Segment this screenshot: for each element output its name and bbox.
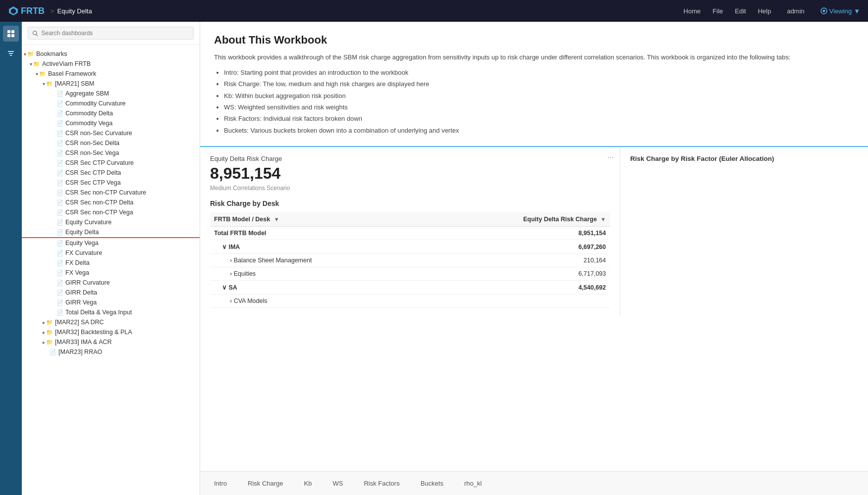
tree-item-label: [MAR21] SBM xyxy=(55,80,94,87)
doc-icon: 📄 xyxy=(56,219,63,226)
charge-filter-icon[interactable]: ▼ xyxy=(600,216,606,222)
sidebar-item[interactable]: ▸📁[MAR22] SA DRC xyxy=(22,317,200,327)
risk-charge-scenario: Medium Correlations Scenario xyxy=(210,185,610,192)
svg-point-11 xyxy=(33,31,37,35)
sidebar-item[interactable]: 📄CSR Sec non-CTP Delta xyxy=(22,198,200,207)
tab-item[interactable]: rho_kl xyxy=(454,476,491,491)
edit-link[interactable]: Edit xyxy=(735,7,746,15)
sidebar-item[interactable]: 📄Commodity Delta xyxy=(22,108,200,118)
desk-name-cell: ∨ SA xyxy=(210,281,425,295)
about-title: About This Workbook xyxy=(214,34,854,47)
doc-icon: 📄 xyxy=(56,160,63,166)
sidebar-item[interactable]: 📄FX Curvature xyxy=(22,248,200,258)
filter-icon-btn[interactable] xyxy=(3,46,19,61)
tree-item-label: [MAR23] RRAO xyxy=(58,348,102,355)
top-navigation: FRTB > Equity Delta Home File Edit Help … xyxy=(0,0,868,22)
doc-icon: 📄 xyxy=(56,91,63,97)
dashboard-icon-btn[interactable] xyxy=(3,26,19,42)
sidebar-item[interactable]: 📄CSR non-Sec Curvature xyxy=(22,128,200,138)
content-scroll: About This Workbook This workbook provid… xyxy=(200,22,868,471)
svg-rect-6 xyxy=(7,34,10,37)
table-row: ∨ IMA 6,697,260 xyxy=(210,240,610,254)
pie-container xyxy=(630,168,858,277)
sidebar-item[interactable]: ▸📁[MAR33] IMA & ACR xyxy=(22,337,200,347)
sidebar-item[interactable]: 📄CSR Sec CTP Delta xyxy=(22,168,200,178)
app-logo[interactable]: FRTB xyxy=(8,5,45,16)
sidebar-item[interactable]: 📄Total Delta & Vega Input xyxy=(22,307,200,317)
sidebar-item[interactable]: 📄CSR Sec CTP Vega xyxy=(22,178,200,188)
sidebar-item[interactable]: ▾📁Bookmarks xyxy=(22,49,200,59)
about-bullet: Risk Factors: Individual risk factors br… xyxy=(224,113,854,124)
desk-value-cell: 8,951,154 xyxy=(425,227,610,240)
sidebar-item[interactable]: 📄Equity Delta xyxy=(22,227,200,238)
doc-icon: 📄 xyxy=(56,250,63,256)
tree-item-label: GIRR Delta xyxy=(65,289,97,296)
tree-item-label: ActiveViam FRTB xyxy=(42,60,91,67)
widget-more-button[interactable]: ··· xyxy=(607,153,614,162)
tree-item-label: GIRR Vega xyxy=(65,299,97,306)
sidebar-item[interactable]: ▸📁[MAR32] Backtesting & PLA xyxy=(22,327,200,337)
tab-item[interactable]: WS xyxy=(323,476,353,491)
sidebar-item[interactable]: 📄CSR non-Sec Delta xyxy=(22,138,200,148)
sidebar-item[interactable]: ▾📁ActiveViam FRTB xyxy=(22,59,200,69)
sidebar-item[interactable]: ▾📁Basel Framework xyxy=(22,69,200,79)
table-row: › CVA Models xyxy=(210,295,610,308)
tree-item-label: CSR Sec non-CTP Delta xyxy=(65,199,133,206)
sidebar-item[interactable]: 📄CSR non-Sec Vega xyxy=(22,148,200,158)
sidebar-item[interactable]: 📄GIRR Vega xyxy=(22,297,200,307)
desk-value-cell: 6,697,260 xyxy=(425,240,610,254)
sidebar-item[interactable]: 📄[MAR23] RRAO xyxy=(22,347,200,357)
help-link[interactable]: Help xyxy=(758,7,771,15)
sidebar-item[interactable]: 📄Commodity Curvature xyxy=(22,99,200,108)
tab-item[interactable]: Intro xyxy=(204,476,237,491)
doc-icon: 📄 xyxy=(56,270,63,276)
sidebar-item[interactable]: 📄Equity Vega xyxy=(22,238,200,248)
folder-icon: 📁 xyxy=(39,71,46,77)
doc-icon: 📄 xyxy=(56,240,63,247)
tab-item[interactable]: Kb xyxy=(294,476,322,491)
model-filter-icon[interactable]: ▼ xyxy=(274,216,279,222)
tree-item-label: [MAR32] Backtesting & PLA xyxy=(55,329,132,336)
tab-item[interactable]: Risk Charge xyxy=(238,476,293,491)
tab-item[interactable]: Risk Factors xyxy=(354,476,409,491)
home-link[interactable]: Home xyxy=(684,7,701,15)
svg-line-12 xyxy=(36,34,38,36)
sidebar-item[interactable]: 📄FX Delta xyxy=(22,258,200,268)
tree-item-label: Commodity Curvature xyxy=(65,100,126,107)
doc-icon: 📄 xyxy=(56,100,63,107)
tree-item-label: Commodity Vega xyxy=(65,120,112,127)
doc-icon: 📄 xyxy=(56,110,63,117)
sidebar-item[interactable]: 📄Aggregate SBM xyxy=(22,89,200,99)
doc-icon: 📄 xyxy=(56,180,63,186)
sidebar-item[interactable]: 📄FX Vega xyxy=(22,268,200,278)
chevron-icon: ▸ xyxy=(43,340,45,345)
folder-icon: 📁 xyxy=(27,51,34,57)
nav-links: Home File Edit Help admin Viewing ▼ xyxy=(684,7,860,15)
tab-item[interactable]: Buckets xyxy=(411,476,453,491)
pie-chart xyxy=(630,168,739,277)
sidebar-item[interactable]: 📄GIRR Curvature xyxy=(22,278,200,288)
sidebar-item[interactable]: 📄GIRR Delta xyxy=(22,288,200,297)
sidebar-item[interactable]: 📄CSR Sec non-CTP Vega xyxy=(22,207,200,217)
sidebar-item[interactable]: 📄CSR Sec non-CTP Curvature xyxy=(22,188,200,198)
desk-name-cell: › Balance Sheet Management xyxy=(210,254,425,267)
doc-icon: 📄 xyxy=(56,309,63,316)
search-input[interactable] xyxy=(41,30,189,37)
sidebar-item[interactable]: 📄Equity Curvature xyxy=(22,217,200,227)
search-input-wrap[interactable] xyxy=(28,27,194,40)
tree-item-label: Basel Framework xyxy=(48,70,96,77)
tree-item-label: Bookmarks xyxy=(36,50,67,57)
bottom-tabs: IntroRisk ChargeKbWSRisk FactorsBucketsr… xyxy=(200,471,868,495)
tree-item-label: Aggregate SBM xyxy=(65,90,109,97)
tree-item-label: CSR Sec CTP Curvature xyxy=(65,159,134,166)
sidebar-item[interactable]: 📄CSR Sec CTP Curvature xyxy=(22,158,200,168)
sidebar-item[interactable]: ▾📁[MAR21] SBM xyxy=(22,79,200,89)
sidebar-item[interactable]: 📄Commodity Vega xyxy=(22,118,200,128)
about-bullet: WS: Weighted sensitivities and risk weig… xyxy=(224,101,854,113)
tree-item-label: CSR Sec non-CTP Curvature xyxy=(65,189,146,196)
file-link[interactable]: File xyxy=(712,7,723,15)
tree-item-label: [MAR22] SA DRC xyxy=(55,319,104,326)
tree-item-label: CSR Sec CTP Delta xyxy=(65,169,121,176)
folder-icon: 📁 xyxy=(46,319,53,326)
viewing-toggle[interactable]: Viewing ▼ xyxy=(820,7,860,15)
